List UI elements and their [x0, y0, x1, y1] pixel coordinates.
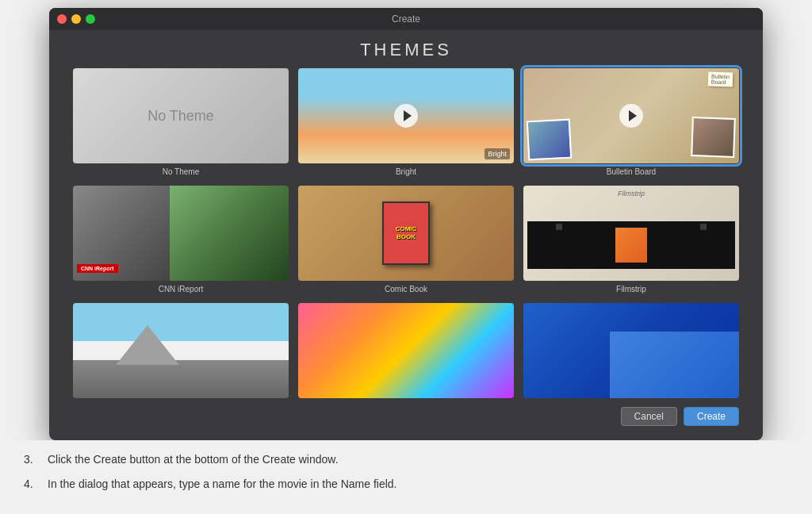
theme-item-colorful[interactable] [298, 303, 514, 402]
instruction-text-4: In the dialog that appears, type a name … [48, 476, 396, 493]
film-hole-1 [556, 224, 562, 230]
theme-item-comic-book[interactable]: COMICBOOK Comic Book [298, 186, 514, 293]
fullscreen-button[interactable] [86, 14, 95, 24]
theme-thumb-bright[interactable]: Bright [298, 68, 514, 163]
window-title: Create [392, 13, 420, 25]
theme-thumb-colorful[interactable] [298, 303, 514, 398]
cancel-button[interactable]: Cancel [621, 407, 677, 426]
themes-grid: No Theme No Theme Bright Bright [65, 68, 747, 402]
cnn-right-panel [170, 186, 289, 281]
filmstrip-bg: Filmstrip [523, 186, 739, 281]
no-theme-bg: No Theme [73, 68, 289, 163]
theme-thumb-blue[interactable] [523, 303, 739, 398]
theme-label-bulletin-board: Bulletin Board [607, 167, 656, 176]
theme-label-bright: Bright [396, 167, 416, 176]
theme-item-bright[interactable]: Bright Bright [298, 68, 514, 176]
themes-heading: THEMES [65, 30, 747, 68]
bulletin-photo1 [527, 119, 573, 161]
bright-label-overlay: Bright [485, 148, 510, 159]
play-triangle [404, 110, 412, 121]
theme-label-filmstrip: Filmstrip [616, 285, 646, 293]
theme-label-cnn-ireport: CNN iReport [159, 285, 204, 293]
theme-item-blue[interactable] [523, 303, 739, 402]
mountain-shape [116, 325, 179, 365]
bulletin-note: BulletinBoard [708, 71, 733, 86]
blue-bg [523, 303, 739, 398]
theme-thumb-no-theme[interactable]: No Theme [73, 68, 289, 163]
theme-thumb-filmstrip[interactable]: Filmstrip [523, 186, 739, 281]
theme-thumb-mountains[interactable] [73, 303, 289, 398]
theme-item-bulletin-board[interactable]: BulletinBoard Bulletin Board [523, 68, 739, 176]
minimize-button[interactable] [71, 14, 81, 24]
instruction-number-4: 4. [24, 476, 40, 493]
theme-item-mountains[interactable] [73, 303, 289, 402]
play-triangle-bulletin [629, 110, 637, 121]
instructions-section: 3. Click the Create button at the bottom… [0, 440, 812, 512]
titlebar: Create [49, 8, 763, 30]
theme-label-comic-book: Comic Book [385, 285, 427, 293]
traffic-lights [57, 14, 95, 24]
theme-thumb-bulletin-board[interactable]: BulletinBoard [523, 68, 739, 163]
play-icon [394, 104, 418, 128]
comic-text: COMICBOOK [396, 225, 417, 240]
cnn-bg: CNN iReport [73, 186, 289, 281]
window-content: THEMES No Theme No Theme [49, 30, 763, 440]
filmstrip-band [527, 221, 735, 269]
instruction-item-3: 3. Click the Create button at the bottom… [24, 451, 788, 468]
bulletin-bg: BulletinBoard [523, 68, 739, 163]
filmstrip-title-overlay: Filmstrip [618, 190, 645, 198]
film-hole-2 [700, 224, 707, 230]
theme-label-no-theme: No Theme [163, 167, 200, 176]
bulletin-photo2 [691, 117, 736, 158]
theme-item-filmstrip[interactable]: Filmstrip Filmstrip [523, 186, 739, 293]
play-icon-bulletin [619, 104, 643, 128]
colorful-bg [298, 303, 514, 398]
theme-item-cnn-ireport[interactable]: CNN iReport CNN iReport [73, 186, 289, 293]
bright-bg: Bright [298, 68, 514, 163]
comic-book-cover: COMICBOOK [382, 201, 430, 265]
theme-thumb-comic-book[interactable]: COMICBOOK [298, 186, 514, 281]
cnn-badge: CNN iReport [77, 264, 118, 273]
no-theme-label-overlay: No Theme [147, 108, 214, 125]
mountains-bg [73, 303, 289, 398]
instruction-number-3: 3. [24, 451, 40, 468]
close-button[interactable] [57, 14, 67, 24]
instruction-item-4: 4. In the dialog that appears, type a na… [24, 476, 788, 493]
create-window: Create THEMES No Theme No Theme [49, 8, 763, 440]
create-button[interactable]: Create [684, 407, 739, 426]
film-frame [615, 228, 647, 263]
button-row: Cancel Create [65, 402, 747, 432]
instruction-text-3: Click the Create button at the bottom of… [48, 451, 339, 468]
theme-item-no-theme[interactable]: No Theme No Theme [73, 68, 289, 176]
theme-thumb-cnn-ireport[interactable]: CNN iReport [73, 186, 289, 281]
blue-field [610, 332, 739, 398]
comic-bg: COMICBOOK [298, 186, 514, 281]
